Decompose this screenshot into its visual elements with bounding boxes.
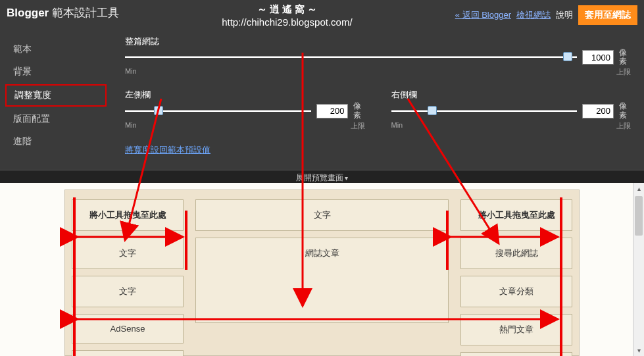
widget-popular[interactable]: 熱門文章 xyxy=(460,314,572,345)
widget-text[interactable]: 文字 xyxy=(195,199,449,231)
sidebar-item-adjust-width[interactable]: 調整寬度 xyxy=(5,84,107,107)
min-label: Min xyxy=(391,121,403,131)
full-width-input[interactable] xyxy=(582,50,614,64)
widget-adsense[interactable]: AdSense xyxy=(72,314,184,343)
right-col-slider[interactable] xyxy=(391,107,578,115)
widget-blog-posts[interactable]: 網誌文章 xyxy=(195,238,449,323)
sidebar: 範本 背景 調整寬度 版面配置 進階 xyxy=(0,32,112,170)
scroll-down-icon[interactable]: ▾ xyxy=(633,345,644,356)
blog-title: ～ 逍 遙 窩 ～ http://chihchi29.blogspot.com/ xyxy=(119,3,455,28)
back-link[interactable]: « 返回 Blogger xyxy=(455,9,511,21)
widget-text[interactable]: 文字 xyxy=(72,238,184,269)
max-label: 上限 xyxy=(351,121,365,131)
left-col-slider[interactable] xyxy=(125,107,311,115)
app-logo: Blogger 範本設計工具 xyxy=(7,3,119,20)
sidebar-item-layout[interactable]: 版面配置 xyxy=(0,108,112,130)
unit-label: 像素 xyxy=(619,102,631,119)
widget-archive[interactable]: 文章彙整 xyxy=(460,352,572,356)
full-width-slider[interactable] xyxy=(125,53,577,61)
sidebar-item-advanced[interactable]: 進階 xyxy=(0,130,112,153)
view-blog-link[interactable]: 檢視網誌 xyxy=(516,9,551,21)
right-col-label: 右側欄 xyxy=(391,89,632,101)
min-label: Min xyxy=(125,67,137,77)
sidebar-item-background[interactable]: 背景 xyxy=(0,61,112,83)
min-label: Min xyxy=(125,121,137,131)
preview-pane: 將小工具拖曳至此處 文字 文字 AdSense 聲明： 文字 網誌文章 將小工具… xyxy=(0,183,644,356)
right-col-input[interactable] xyxy=(582,104,614,118)
max-label: 上限 xyxy=(616,67,631,77)
right-drop-zone[interactable]: 將小工具拖曳至此處 xyxy=(460,199,572,231)
max-label: 上限 xyxy=(616,121,631,131)
help-link[interactable]: 說明 xyxy=(556,9,573,21)
sidebar-item-template[interactable]: 範本 xyxy=(0,38,112,61)
widget-categories[interactable]: 文章分類 xyxy=(460,276,572,307)
scroll-up-icon[interactable]: ▴ xyxy=(633,183,644,194)
left-col-label: 左側欄 xyxy=(125,89,365,101)
scrollbar-thumb[interactable] xyxy=(635,196,643,236)
unit-label: 像素 xyxy=(353,102,365,119)
apply-button[interactable]: 套用至網誌 xyxy=(578,5,637,25)
widget-statement[interactable]: 聲明： xyxy=(72,350,184,356)
reset-widths-link[interactable]: 將寬度設回範本預設值 xyxy=(125,144,211,156)
left-col-input[interactable] xyxy=(316,104,348,118)
vertical-scrollbar[interactable]: ▴ ▾ xyxy=(633,183,644,356)
unit-label: 像素 xyxy=(619,49,631,66)
widget-search[interactable]: 搜尋此網誌 xyxy=(460,238,572,269)
widget-text[interactable]: 文字 xyxy=(72,276,184,307)
full-width-label: 整篇網誌 xyxy=(125,36,631,47)
left-drop-zone[interactable]: 將小工具拖曳至此處 xyxy=(72,199,184,231)
